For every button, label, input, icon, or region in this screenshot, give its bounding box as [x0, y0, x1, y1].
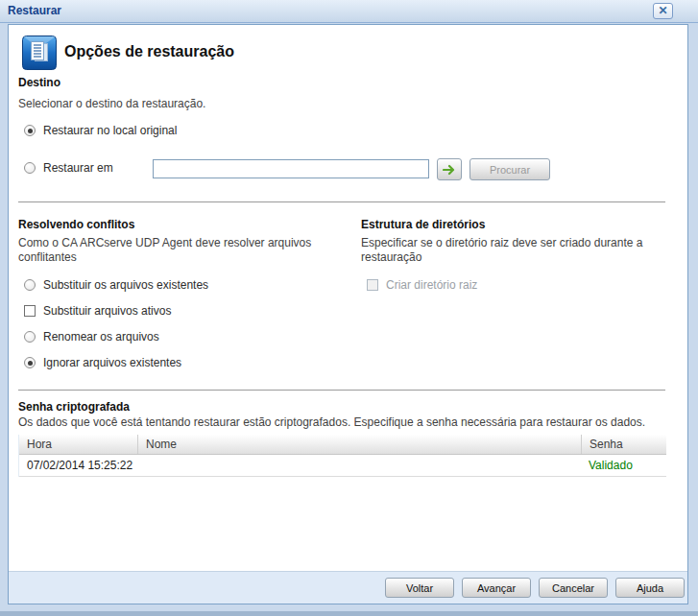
checkbox-create-root-dir-label: Criar diretório raiz [386, 278, 477, 292]
restore-options-icon [22, 36, 57, 70]
conflicts-description: Como o CA ARCserve UDP Agent deve resolv… [18, 236, 337, 265]
checkbox-replace-active[interactable]: Substituir arquivos ativos [24, 304, 171, 318]
radio-restore-original[interactable]: Restaurar no local original [24, 124, 177, 137]
cell-hora: 07/02/2014 15:25:22 [19, 455, 137, 476]
password-table-header: Hora Nome Senha [19, 435, 666, 455]
checkbox-unchecked-icon [24, 305, 36, 317]
radio-skip-existing[interactable]: Ignorar arquivos existentes [24, 356, 181, 369]
table-row[interactable]: 07/02/2014 15:25:22 Validado [19, 455, 666, 477]
radio-unselected-icon [24, 279, 36, 291]
window-bottom-edge [0, 611, 698, 616]
cell-nome [137, 455, 581, 476]
destination-description: Selecionar o destino da restauração. [18, 97, 205, 111]
radio-replace-existing[interactable]: Substituir os arquivos existentes [24, 278, 208, 292]
radio-replace-existing-label: Substituir os arquivos existentes [43, 278, 208, 292]
conflicts-heading: Resolvendo conflitos [18, 218, 134, 231]
radio-unselected-icon [24, 162, 36, 174]
restore-path-input[interactable] [153, 159, 429, 178]
destination-heading: Destino [18, 76, 60, 89]
divider-bottom [18, 390, 665, 391]
encrypted-password-heading: Senha criptografada [18, 400, 130, 414]
next-button[interactable]: Avançar [462, 578, 531, 598]
footer-bar: Voltar Avançar Cancelar Ajuda [9, 571, 687, 604]
radio-selected-icon [24, 357, 36, 368]
radio-restore-to-label: Restaurar em [43, 161, 113, 175]
go-arrow-button[interactable] [437, 158, 462, 180]
column-header-nome[interactable]: Nome [137, 435, 581, 454]
radio-restore-to[interactable]: Restaurar em [24, 161, 113, 175]
radio-rename-files[interactable]: Renomear os arquivos [24, 330, 159, 344]
radio-selected-icon [24, 125, 36, 136]
close-icon[interactable]: ✕ [653, 3, 673, 19]
back-button[interactable]: Voltar [385, 578, 454, 598]
radio-restore-original-label: Restaurar no local original [43, 124, 177, 137]
directory-structure-description: Especificar se o diretório raiz deve ser… [361, 236, 670, 265]
browse-button[interactable]: Procurar [469, 158, 550, 180]
green-arrow-icon [443, 164, 457, 176]
page-title: Opções de restauração [64, 43, 234, 60]
checkbox-disabled-icon [367, 279, 378, 291]
column-header-hora[interactable]: Hora [19, 435, 137, 454]
radio-unselected-icon [24, 331, 36, 343]
dialog-body: Opções de restauração Destino Selecionar… [8, 24, 688, 604]
title-bar: Restaurar [0, 0, 698, 23]
encrypted-password-description: Os dados que você está tentando restaura… [18, 415, 683, 430]
help-button[interactable]: Ajuda [615, 578, 685, 598]
column-header-senha[interactable]: Senha [581, 435, 666, 454]
checkbox-create-root-dir: Criar diretório raiz [367, 278, 477, 292]
checkbox-replace-active-label: Substituir arquivos ativos [43, 304, 171, 318]
cancel-button[interactable]: Cancelar [539, 578, 608, 598]
status-badge: Validado [581, 455, 666, 476]
window-title: Restaurar [8, 4, 61, 17]
restore-dialog: Restaurar ✕ Opções de restauração Destin… [0, 0, 698, 616]
directory-structure-heading: Estrutura de diretórios [361, 218, 485, 231]
password-table: Hora Nome Senha 07/02/2014 15:25:22 Vali… [18, 435, 666, 477]
radio-rename-files-label: Renomear os arquivos [43, 330, 159, 344]
divider-top [18, 201, 665, 203]
radio-skip-existing-label: Ignorar arquivos existentes [43, 356, 181, 369]
